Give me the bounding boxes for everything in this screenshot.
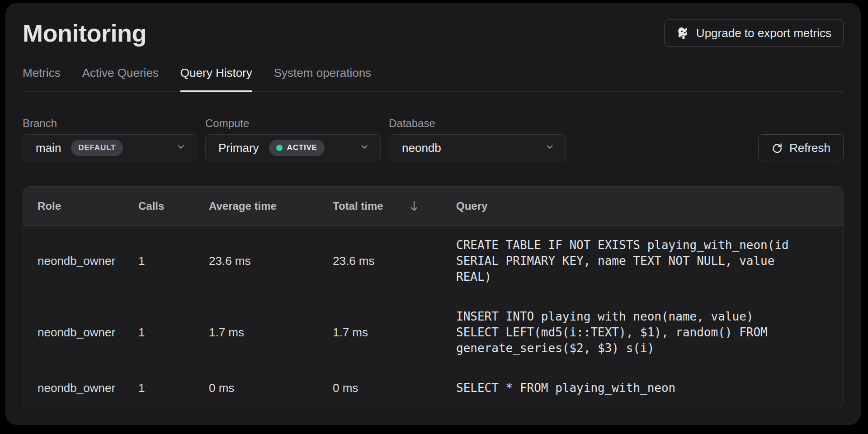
table-header-row: Role Calls Average time Total time Query xyxy=(23,187,843,226)
compute-label: Compute xyxy=(205,117,381,130)
database-filter: Database neondb xyxy=(389,117,566,161)
active-badge-label: ACTIVE xyxy=(287,143,317,152)
sql-query-text: SELECT * FROM playing_with_neon xyxy=(456,380,795,396)
sql-query-text: CREATE TABLE IF NOT EXISTS playing_with_… xyxy=(456,237,795,285)
compute-filter: Compute Primary ACTIVE xyxy=(205,117,381,161)
branch-value: main xyxy=(36,141,61,155)
row-calls: 1 xyxy=(138,253,209,269)
tab-active-queries[interactable]: Active Queries xyxy=(82,67,159,92)
filter-bar: Branch main DEFAULT Compute Primary ACTI… xyxy=(23,117,844,161)
column-header-average-time[interactable]: Average time xyxy=(209,200,333,212)
column-header-role[interactable]: Role xyxy=(23,200,138,212)
row-calls: 1 xyxy=(138,325,209,340)
column-header-query[interactable]: Query xyxy=(456,200,843,212)
row-average-time: 23.6 ms xyxy=(209,253,333,269)
tab-query-history[interactable]: Query History xyxy=(180,67,252,92)
row-total-time: 1.7 ms xyxy=(333,325,456,340)
datadog-dog-icon xyxy=(676,26,690,40)
table-row: neondb_owner 1 0 ms 0 ms SELECT * FROM p… xyxy=(23,368,843,408)
row-query: CREATE TABLE IF NOT EXISTS playing_with_… xyxy=(456,237,843,285)
branch-label: Branch xyxy=(23,117,197,130)
row-calls: 1 xyxy=(138,380,209,396)
sql-query-text: INSERT INTO playing_with_neon(name, valu… xyxy=(456,309,795,356)
database-label: Database xyxy=(389,117,566,130)
table-row: neondb_owner 1 23.6 ms 23.6 ms CREATE TA… xyxy=(23,226,843,297)
sort-descending-icon xyxy=(409,200,420,212)
row-query: INSERT INTO playing_with_neon(name, valu… xyxy=(456,309,843,356)
refresh-icon xyxy=(771,142,783,154)
row-total-time: 23.6 ms xyxy=(333,253,456,269)
total-time-header-label: Total time xyxy=(333,200,383,212)
table-row: neondb_owner 1 1.7 ms 1.7 ms INSERT INTO… xyxy=(23,297,843,368)
row-role: neondb_owner xyxy=(23,253,138,269)
column-header-calls[interactable]: Calls xyxy=(138,200,209,212)
row-query: SELECT * FROM playing_with_neon xyxy=(456,380,843,396)
database-value: neondb xyxy=(402,141,441,155)
monitoring-tabs: Metrics Active Queries Query History Sys… xyxy=(23,67,844,92)
chevron-down-icon xyxy=(359,142,369,154)
compute-value: Primary xyxy=(218,141,259,155)
monitoring-page: Monitoring Upgrade to export metrics Met… xyxy=(5,3,861,425)
tab-metrics[interactable]: Metrics xyxy=(23,67,61,92)
row-role: neondb_owner xyxy=(23,325,138,340)
query-history-table: Role Calls Average time Total time Query… xyxy=(23,186,844,408)
column-header-total-time[interactable]: Total time xyxy=(333,200,456,212)
refresh-button[interactable]: Refresh xyxy=(758,134,844,161)
chevron-down-icon xyxy=(545,142,555,154)
tab-system-operations[interactable]: System operations xyxy=(274,67,371,92)
page-title: Monitoring xyxy=(23,19,146,47)
refresh-button-label: Refresh xyxy=(789,141,830,155)
row-role: neondb_owner xyxy=(23,380,138,396)
chevron-down-icon xyxy=(176,142,186,154)
upgrade-to-export-metrics-button[interactable]: Upgrade to export metrics xyxy=(664,19,844,47)
database-select[interactable]: neondb xyxy=(389,134,566,161)
branch-select[interactable]: main DEFAULT xyxy=(23,134,197,161)
row-average-time: 1.7 ms xyxy=(209,325,333,340)
active-status-dot xyxy=(276,145,283,151)
upgrade-button-label: Upgrade to export metrics xyxy=(696,26,831,40)
compute-select[interactable]: Primary ACTIVE xyxy=(205,134,381,161)
default-badge: DEFAULT xyxy=(71,140,123,156)
row-total-time: 0 ms xyxy=(333,380,456,396)
page-header: Monitoring Upgrade to export metrics xyxy=(23,19,844,47)
branch-filter: Branch main DEFAULT xyxy=(23,117,197,161)
row-average-time: 0 ms xyxy=(209,380,333,396)
active-status-badge: ACTIVE xyxy=(269,140,325,156)
